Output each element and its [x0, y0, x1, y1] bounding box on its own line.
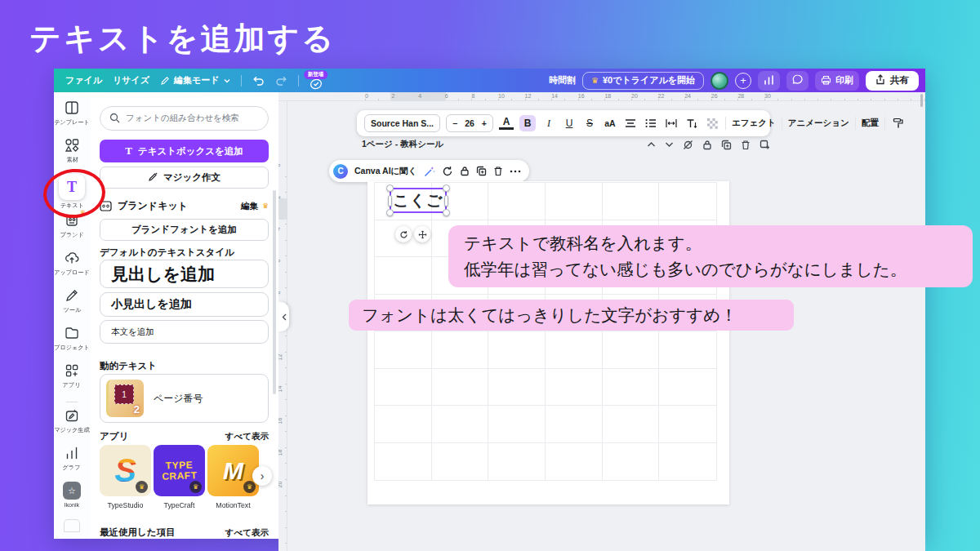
- sheet-cell[interactable]: [375, 331, 432, 369]
- rotate-handle[interactable]: [395, 226, 412, 242]
- print-button[interactable]: 印刷: [815, 71, 859, 91]
- add-heading-card[interactable]: 見出しを追加: [100, 260, 269, 288]
- sidebar-item-apps[interactable]: アプリ: [54, 362, 90, 399]
- comments-button[interactable]: [786, 71, 808, 91]
- apps-next-arrow[interactable]: ›: [252, 466, 272, 486]
- duplicate-page-icon[interactable]: [721, 140, 732, 150]
- recent-see-all-link[interactable]: すべて表示: [225, 527, 269, 539]
- effects-button[interactable]: エフェクト: [732, 118, 776, 129]
- sheet-cell[interactable]: [546, 443, 603, 481]
- animate-button[interactable]: アニメーション: [788, 118, 849, 129]
- menu-file[interactable]: ファイル: [65, 74, 102, 87]
- sheet-cell[interactable]: [603, 406, 660, 443]
- sheet-cell[interactable]: [603, 183, 660, 220]
- copy-style-roller-icon[interactable]: [891, 115, 906, 131]
- doc-title[interactable]: 時間割: [549, 74, 576, 87]
- duplicate-icon[interactable]: [476, 166, 487, 176]
- sidebar-item-projects[interactable]: プロジェクト: [54, 324, 90, 362]
- size-plus-button[interactable]: +: [482, 118, 487, 128]
- magic-wand-icon[interactable]: [424, 166, 435, 177]
- sidebar-item-magic[interactable]: マジック生成: [54, 407, 90, 444]
- width-handle[interactable]: [388, 195, 392, 207]
- add-textbox-button[interactable]: T テキストボックスを追加: [100, 140, 269, 162]
- sheet-cell[interactable]: [432, 331, 489, 369]
- sheet-cell[interactable]: [488, 369, 546, 407]
- magic-write-button[interactable]: マジック作文: [100, 167, 269, 189]
- panel-scrollbar[interactable]: [273, 190, 276, 394]
- letter-spacing-icon[interactable]: [664, 115, 679, 131]
- app-tile-motiontext[interactable]: M♛MotionText: [207, 445, 259, 509]
- resize-handle[interactable]: [443, 209, 450, 216]
- sheet-cell[interactable]: [375, 443, 432, 481]
- text-case-button[interactable]: aA: [603, 115, 617, 131]
- sheet-cell[interactable]: [603, 369, 660, 407]
- add-member-button[interactable]: +: [735, 73, 751, 89]
- sheet-cell[interactable]: [546, 369, 603, 407]
- selected-text-box[interactable]: こくご: [390, 188, 447, 213]
- position-button[interactable]: 配置: [862, 118, 879, 129]
- canvas-scrollbar[interactable]: [920, 94, 923, 107]
- sheet-cell[interactable]: [432, 406, 489, 443]
- undo-icon[interactable]: [252, 75, 265, 86]
- add-page-icon[interactable]: [760, 140, 770, 150]
- canva-ai-button[interactable]: Canva AIに聞く: [354, 166, 417, 177]
- sheet-cell[interactable]: [375, 369, 432, 407]
- trial-button[interactable]: ♛ ¥0でトライアルを開始: [582, 72, 704, 90]
- lock-icon[interactable]: [702, 140, 712, 150]
- sheet-cell[interactable]: [375, 257, 432, 295]
- share-button[interactable]: 共有: [866, 71, 919, 91]
- sheet-cell[interactable]: [488, 331, 546, 369]
- vertical-text-icon[interactable]: [684, 115, 699, 131]
- underline-button[interactable]: U: [562, 115, 577, 131]
- list-icon[interactable]: [644, 115, 658, 131]
- brand-kit-edit-link[interactable]: 編集: [241, 201, 258, 212]
- sheet-cell[interactable]: [375, 406, 432, 443]
- move-handle[interactable]: [414, 226, 430, 242]
- sheet-cell[interactable]: [603, 331, 660, 369]
- sheet-cell[interactable]: [546, 406, 603, 443]
- sheet-cell[interactable]: [659, 183, 716, 220]
- font-size-stepper[interactable]: − 26 +: [446, 114, 493, 132]
- page-number-card[interactable]: 1 2 ページ番号: [100, 374, 269, 423]
- align-icon[interactable]: [623, 115, 638, 131]
- bold-button[interactable]: B: [519, 115, 536, 131]
- subject-text[interactable]: こくご: [393, 190, 443, 211]
- sheet-cell[interactable]: [546, 331, 603, 369]
- strikethrough-button[interactable]: S: [582, 115, 597, 131]
- hide-page-icon[interactable]: [683, 140, 693, 150]
- sheet-cell[interactable]: [603, 443, 660, 481]
- sidebar-item-uploads[interactable]: アップロード: [54, 249, 90, 287]
- sheet-cell[interactable]: [432, 443, 489, 481]
- resize-handle[interactable]: [386, 184, 394, 192]
- sidebar-item-ikonik[interactable]: ☆Ikonik: [54, 482, 90, 519]
- panel-collapse-button[interactable]: [278, 302, 289, 331]
- app-tile-typestudio[interactable]: S♛TypeStudio: [100, 445, 151, 509]
- trash-icon[interactable]: [493, 166, 503, 176]
- apps-see-all-link[interactable]: すべて表示: [225, 431, 269, 442]
- sheet-cell[interactable]: [488, 406, 546, 443]
- regenerate-icon[interactable]: [442, 166, 453, 177]
- add-bodytext-card[interactable]: 本文を追加: [100, 320, 269, 344]
- app-tile-typecraft[interactable]: TYPE CRAFT♛TypeCraft: [154, 445, 205, 509]
- insights-button[interactable]: [758, 71, 780, 91]
- sheet-cell[interactable]: [659, 331, 716, 369]
- text-color-button[interactable]: A: [499, 117, 514, 130]
- sidebar-item-charts[interactable]: グラフ: [54, 444, 90, 482]
- sheet-cell[interactable]: [432, 369, 489, 407]
- sheet-cell[interactable]: [659, 443, 716, 481]
- schedule-check-button[interactable]: 新登場: [310, 71, 323, 90]
- more-icon[interactable]: [510, 170, 521, 173]
- canva-ai-logo-icon[interactable]: C: [333, 164, 348, 179]
- lock-icon[interactable]: [460, 166, 470, 176]
- sheet-cell[interactable]: [546, 183, 603, 220]
- page-up-icon[interactable]: [647, 141, 656, 148]
- avatar[interactable]: [710, 72, 728, 90]
- add-subheading-card[interactable]: 小見出しを追加: [100, 292, 269, 317]
- width-handle[interactable]: [444, 195, 448, 207]
- sidebar-item-tools[interactable]: ツール: [54, 287, 90, 324]
- add-brand-font-button[interactable]: ブランドフォントを追加: [100, 219, 269, 241]
- font-selector[interactable]: Source Han S...: [364, 114, 440, 132]
- sheet-cell[interactable]: [488, 183, 546, 220]
- sidebar-item-templates[interactable]: テンプレート: [54, 99, 90, 136]
- size-minus-button[interactable]: −: [452, 118, 457, 128]
